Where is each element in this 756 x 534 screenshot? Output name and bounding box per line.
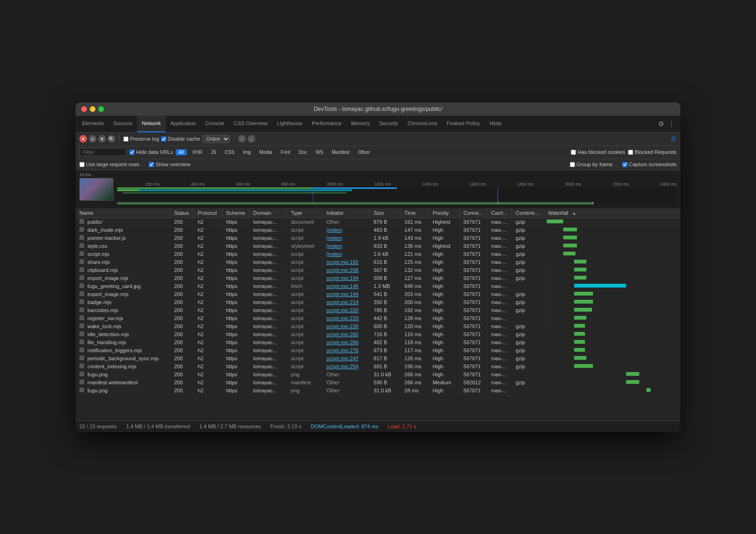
table-row[interactable]: fugu.png 200 h2 https tomayac... png Oth… <box>76 370 680 378</box>
file-checkbox[interactable] <box>79 331 84 336</box>
screenshot-thumbnail[interactable] <box>79 178 113 201</box>
col-content[interactable]: Content-... <box>512 208 544 218</box>
tab-sources[interactable]: Sources <box>109 115 137 132</box>
record-button[interactable]: ● <box>79 135 87 143</box>
col-status[interactable]: Status <box>170 208 194 218</box>
filter-input[interactable] <box>79 148 127 156</box>
initiator-link[interactable]: (index) <box>326 227 343 233</box>
table-row[interactable]: public/ 200 h2 https tomayac... document… <box>76 218 680 226</box>
tab-network[interactable]: Network <box>137 115 165 132</box>
preserve-log-checkbox[interactable] <box>123 136 129 142</box>
table-row[interactable]: manifest.webmanifest 200 h2 https tomaya… <box>76 378 680 386</box>
table-row[interactable]: script.mjs 200 h2 https tomayac... scrip… <box>76 250 680 258</box>
disable-cache-checkbox[interactable] <box>161 136 166 142</box>
initiator-link[interactable]: script.mjs:233 <box>326 315 359 321</box>
table-row[interactable]: share.mjs 200 h2 https tomayac... script… <box>76 258 680 266</box>
file-checkbox[interactable] <box>79 307 84 312</box>
use-large-rows-checkbox[interactable] <box>79 162 85 167</box>
preserve-log-label[interactable]: Preserve log <box>123 136 159 142</box>
initiator-link[interactable]: script.mjs:214 <box>326 299 359 305</box>
filter-type-media[interactable]: Media <box>257 149 275 155</box>
filter-type-doc[interactable]: Doc <box>296 149 310 155</box>
col-priority[interactable]: Priority <box>429 208 459 218</box>
initiator-link[interactable]: script.mjs:260 <box>326 331 359 337</box>
col-size[interactable]: Size <box>369 208 400 218</box>
table-row[interactable]: import_image.mjs 200 h2 https tomayac...… <box>76 274 680 282</box>
tab-lighthouse[interactable]: Lighthouse <box>272 115 307 132</box>
initiator-link[interactable]: script.mjs:208 <box>326 267 359 273</box>
table-row[interactable]: dark_mode.mjs 200 h2 https tomayac... sc… <box>76 226 680 234</box>
throttle-select[interactable]: Online <box>202 135 230 143</box>
blocked-requests-checkbox[interactable] <box>628 150 633 155</box>
file-checkbox[interactable] <box>79 267 84 272</box>
hide-data-urls-checkbox[interactable] <box>129 150 135 155</box>
filter-type-font[interactable]: Font <box>278 149 293 155</box>
has-blocked-cookies-label[interactable]: Has blocked cookies <box>571 149 625 155</box>
tab-hints[interactable]: Hints <box>485 115 506 132</box>
file-checkbox[interactable] <box>79 348 84 352</box>
file-checkbox[interactable] <box>79 283 84 288</box>
col-protocol[interactable]: Protocol <box>194 208 222 218</box>
disable-cache-label[interactable]: Disable cache <box>161 136 200 142</box>
table-row[interactable]: wake_lock.mjs 200 h2 https tomayac... sc… <box>76 322 680 330</box>
table-row[interactable]: fugu.png 200 h2 https tomayac... png Oth… <box>76 386 680 394</box>
clear-button[interactable]: ⊘ <box>89 135 96 143</box>
filter-type-xhr[interactable]: XHR <box>189 149 205 155</box>
col-scheme[interactable]: Scheme <box>222 208 249 218</box>
initiator-link[interactable]: (index) <box>326 243 343 249</box>
col-conn[interactable]: Conne... <box>459 208 487 218</box>
more-options-icon[interactable]: ⋮ <box>668 120 675 127</box>
col-cache[interactable]: Cach... <box>487 208 512 218</box>
filter-type-other[interactable]: Other <box>355 149 373 155</box>
tab-chromelens[interactable]: ChromeLens <box>403 115 442 132</box>
file-checkbox[interactable] <box>79 259 84 264</box>
table-row[interactable]: content_indexing.mjs 200 h2 https tomaya… <box>76 362 680 370</box>
capture-screenshots-checkbox[interactable] <box>622 162 627 167</box>
use-large-rows-label[interactable]: Use large request rows <box>79 161 139 167</box>
file-checkbox[interactable] <box>79 291 84 296</box>
initiator-link[interactable]: script.mjs:182 <box>326 259 359 265</box>
settings-icon[interactable]: ⚙ <box>658 120 664 127</box>
filter-type-ws[interactable]: WS <box>313 149 326 155</box>
table-row[interactable]: fugu_greeting_card.jpg 200 h2 https toma… <box>76 282 680 290</box>
filter-type-manifest[interactable]: Manifest <box>329 149 352 155</box>
table-row[interactable]: periodic_background_sync.mjs 200 h2 http… <box>76 354 680 362</box>
import-button[interactable]: ↑ <box>238 135 246 143</box>
tab-css-overview[interactable]: CSS Overview <box>229 115 273 132</box>
file-checkbox[interactable] <box>79 227 84 232</box>
table-row[interactable]: notification_triggers.mjs 200 h2 https t… <box>76 346 680 354</box>
initiator-link[interactable]: script.mjs:194 <box>326 275 359 281</box>
initiator-link[interactable]: (index) <box>326 235 343 241</box>
initiator-link[interactable]: script.mjs:194 <box>326 291 359 297</box>
initiator-link[interactable]: script.mjs:266 <box>326 339 359 345</box>
table-row[interactable]: barcodes.mjs 200 h2 https tomayac... scr… <box>76 306 680 314</box>
col-time[interactable]: Time <box>400 208 429 218</box>
group-by-frame-checkbox[interactable] <box>570 162 575 167</box>
initiator-link[interactable]: script.mjs:226 <box>326 323 359 329</box>
filter-type-all[interactable]: All <box>176 149 187 155</box>
maximize-button[interactable] <box>98 106 104 112</box>
tab-memory[interactable]: Memory <box>346 115 375 132</box>
file-checkbox[interactable] <box>79 323 84 328</box>
tab-feature-policy[interactable]: Feature Policy <box>442 115 485 132</box>
file-checkbox[interactable] <box>79 275 84 280</box>
file-checkbox[interactable] <box>79 299 84 304</box>
file-checkbox[interactable] <box>79 339 84 344</box>
settings-gear-icon[interactable]: ⚙ <box>670 135 677 143</box>
filter-type-js[interactable]: JS <box>208 149 219 155</box>
group-by-frame-label[interactable]: Group by frame <box>570 161 612 167</box>
initiator-link[interactable]: script.mjs:146 <box>326 283 359 289</box>
file-checkbox[interactable] <box>79 356 84 360</box>
fetch-xhr-filter-button[interactable]: ▼ <box>98 135 106 143</box>
col-waterfall[interactable]: Waterfall ▲ <box>544 208 680 218</box>
blocked-requests-label[interactable]: Blocked Requests <box>628 149 677 155</box>
col-type[interactable]: Type <box>287 208 322 218</box>
hide-data-urls-label[interactable]: Hide data URLs <box>129 149 173 155</box>
table-row[interactable]: clipboard.mjs 200 h2 https tomayac... sc… <box>76 266 680 274</box>
file-checkbox[interactable] <box>79 251 84 256</box>
filter-type-img[interactable]: Img <box>240 149 254 155</box>
network-table-container[interactable]: Name Status Protocol Scheme Domain Type … <box>76 208 680 421</box>
table-row[interactable]: register_sw.mjs 200 h2 https tomayac... … <box>76 314 680 322</box>
file-checkbox[interactable] <box>79 315 84 320</box>
file-checkbox[interactable] <box>79 364 84 368</box>
